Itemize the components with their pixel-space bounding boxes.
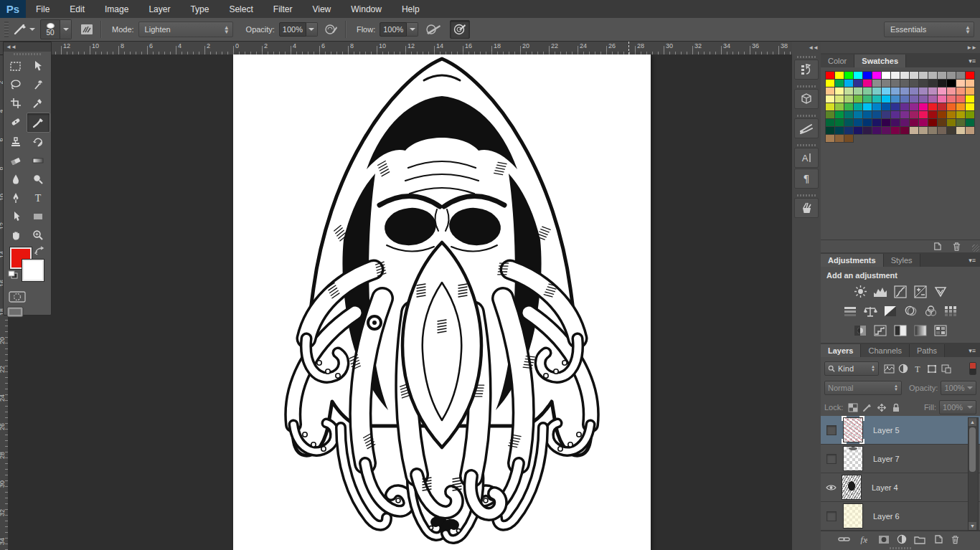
swatch-4-11[interactable] [928, 103, 937, 110]
swatch-2-13[interactable] [947, 87, 956, 95]
swatch-3-5[interactable] [872, 95, 881, 103]
swatch-0-1[interactable] [835, 72, 844, 79]
swatch-0-5[interactable] [872, 72, 881, 79]
swatch-0-11[interactable] [928, 72, 937, 79]
swatch-4-5[interactable] [872, 103, 881, 110]
tool-history-brush[interactable] [27, 133, 49, 151]
visibility-toggle[interactable] [826, 454, 837, 464]
swatch-5-10[interactable] [919, 111, 928, 118]
swatch-3-1[interactable] [835, 95, 844, 103]
swatch-1-6[interactable] [882, 80, 890, 87]
swatch-2-12[interactable] [938, 87, 946, 95]
swatch-1-0[interactable] [826, 80, 834, 87]
tool-lasso[interactable] [4, 75, 27, 94]
swatch-2-15[interactable] [966, 87, 974, 95]
swatch-4-2[interactable] [844, 103, 853, 110]
swatch-2-7[interactable] [891, 87, 900, 95]
swatch-6-5[interactable] [872, 119, 881, 126]
layer-blend-mode-dropdown[interactable]: Normal ▲▼ [824, 381, 902, 395]
layer-fill-control[interactable]: 100% [939, 400, 976, 414]
swatch-4-7[interactable] [891, 103, 900, 110]
flow-control[interactable]: 100% [380, 22, 418, 37]
opacity-control[interactable]: 100% [279, 22, 318, 37]
document-canvas[interactable] [233, 54, 651, 550]
swatch-2-0[interactable] [826, 87, 834, 95]
pressure-opacity-button[interactable] [322, 21, 341, 38]
swatch-7-0[interactable] [826, 127, 834, 134]
swatch-8-2[interactable] [844, 135, 853, 142]
tool-blur[interactable] [4, 170, 27, 189]
swatch-4-8[interactable] [900, 103, 909, 110]
swatch-1-14[interactable] [956, 80, 965, 87]
panel-menu-icon[interactable]: ▾≡ [969, 347, 980, 354]
filter-adjustment-button[interactable] [896, 362, 910, 375]
swatch-7-15[interactable] [966, 127, 974, 134]
adjustment-channel-mixer[interactable] [923, 303, 939, 318]
adjustment-threshold[interactable] [892, 323, 909, 338]
swatch-7-1[interactable] [835, 127, 844, 134]
swatch-6-2[interactable] [844, 119, 853, 126]
strip-grip[interactable] [794, 143, 819, 147]
swatch-0-0[interactable] [826, 72, 834, 79]
swatch-6-13[interactable] [947, 119, 956, 126]
menu-help[interactable]: Help [392, 4, 430, 14]
swatch-3-12[interactable] [938, 95, 946, 103]
tool-gradient[interactable] [27, 151, 49, 170]
new-swatch-button[interactable] [933, 242, 942, 251]
tool-dodge[interactable] [27, 170, 49, 189]
filter-shape-button[interactable] [925, 362, 939, 375]
swatch-3-0[interactable] [826, 95, 834, 103]
panel-button-paragraph[interactable]: ¶ [794, 169, 819, 189]
strip-grip[interactable] [794, 84, 819, 88]
swatch-2-2[interactable] [844, 87, 853, 95]
swatch-6-10[interactable] [919, 119, 928, 126]
swatch-2-14[interactable] [956, 87, 965, 95]
tool-pen[interactable] [4, 189, 27, 207]
swatch-6-0[interactable] [826, 119, 834, 126]
tab-layers[interactable]: Layers [821, 344, 861, 357]
swatch-1-5[interactable] [872, 80, 881, 87]
swatch-4-10[interactable] [919, 103, 928, 110]
delete-swatch-button[interactable] [952, 242, 961, 251]
adjustment-button[interactable] [897, 534, 907, 544]
swatch-7-2[interactable] [844, 127, 853, 134]
swatch-1-15[interactable] [966, 80, 974, 87]
group-button[interactable] [914, 535, 925, 544]
swatch-7-3[interactable] [854, 127, 862, 134]
tool-zoom[interactable] [27, 226, 49, 245]
swatch-5-0[interactable] [826, 111, 834, 118]
menu-layer[interactable]: Layer [138, 4, 180, 14]
swatch-5-14[interactable] [956, 111, 965, 118]
swatch-5-7[interactable] [891, 111, 900, 118]
background-color-chip[interactable] [22, 260, 44, 281]
brush-picker-caret[interactable] [60, 19, 72, 39]
swatch-2-9[interactable] [910, 87, 918, 95]
mask-button[interactable] [878, 535, 890, 544]
swatch-3-7[interactable] [891, 95, 900, 103]
quick-mask-button[interactable] [7, 290, 27, 303]
swatch-0-8[interactable] [900, 72, 909, 79]
filtering-toggle[interactable] [969, 362, 976, 375]
visibility-eye-icon[interactable] [824, 484, 838, 491]
lock-position-button[interactable] [875, 401, 889, 414]
delete-button[interactable] [951, 534, 960, 544]
swatch-0-4[interactable] [863, 72, 872, 79]
swatch-5-3[interactable] [854, 111, 862, 118]
swatch-8-0[interactable] [826, 135, 834, 142]
panel-menu-icon[interactable]: ▾≡ [969, 257, 980, 264]
toggle-brush-panel-button[interactable] [77, 21, 96, 38]
tool-type[interactable]: T [27, 189, 49, 207]
pressure-size-button[interactable] [424, 21, 443, 38]
tool-rectangular-marquee[interactable] [4, 57, 27, 75]
swatch-5-11[interactable] [928, 111, 937, 118]
swatch-4-4[interactable] [863, 103, 872, 110]
swatch-5-13[interactable] [947, 111, 956, 118]
swatch-3-4[interactable] [863, 95, 872, 103]
tab-channels[interactable]: Channels [861, 344, 909, 357]
swatch-4-14[interactable] [956, 103, 965, 110]
swatch-1-1[interactable] [835, 80, 844, 87]
swatch-6-1[interactable] [835, 119, 844, 126]
layer-row[interactable]: Layer 6 [821, 502, 980, 531]
swatch-1-12[interactable] [938, 80, 946, 87]
tool-rectangle-shape[interactable] [27, 207, 49, 226]
